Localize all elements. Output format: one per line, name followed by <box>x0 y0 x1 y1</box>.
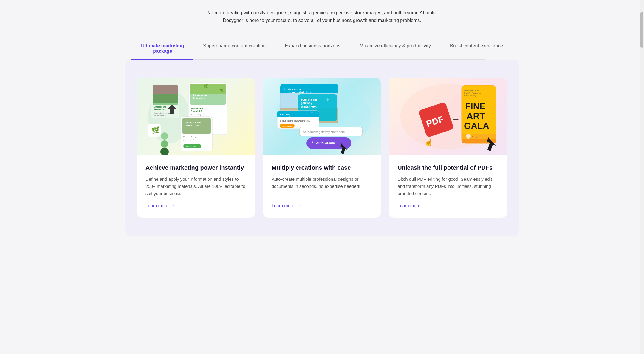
svg-text:✦: ✦ <box>312 140 314 144</box>
svg-text:Discover the joy of home: Discover the joy of home <box>191 114 209 116</box>
svg-text:Your dream: Your dream <box>288 88 302 91</box>
svg-text:Green Life!: Green Life! <box>154 109 165 111</box>
svg-point-34 <box>161 140 168 148</box>
svg-point-81 <box>466 134 471 139</box>
card-marketing-image: Embrace the Green Life! Discover the joy… <box>137 78 255 155</box>
card-multiply-learn-more[interactable]: Learn more → <box>272 203 373 208</box>
svg-text:→: → <box>452 115 460 124</box>
svg-text:Your dream getaway starts here: Your dream getaway starts here. <box>303 130 346 134</box>
tab-maximize[interactable]: Maximize efficiency & productivity <box>350 39 440 59</box>
svg-text:Your dream: Your dream <box>280 113 291 115</box>
svg-rect-3 <box>153 85 178 94</box>
svg-text:BOOK NOW: BOOK NOW <box>186 146 196 147</box>
beach-scene-svg: ✈ Your dream getaway starts here. Your d… <box>268 78 376 155</box>
card-multiply-body: Multiply creations with ease Auto-create… <box>263 155 381 218</box>
tab-expand[interactable]: Expand business horizons <box>275 39 350 59</box>
svg-text:Desygner: Desygner <box>472 136 480 138</box>
svg-text:gardening with us: gardening with us <box>183 139 197 141</box>
card-marketing-desc: Define and apply your information and st… <box>145 176 247 197</box>
content-area: Embrace the Green Life! Discover the joy… <box>125 60 519 236</box>
svg-rect-4 <box>153 94 178 105</box>
svg-text:🌿: 🌿 <box>151 126 160 134</box>
svg-text:FINE: FINE <box>465 101 485 111</box>
card-multiply: ✈ Your dream getaway starts here. Your d… <box>263 78 381 218</box>
card-multiply-image: ✈ Your dream getaway starts here. Your d… <box>263 78 381 155</box>
tab-ultimate[interactable]: Ultimate marketingpackage <box>131 39 193 59</box>
card-marketing: Embrace the Green Life! Discover the joy… <box>137 78 255 218</box>
tab-boost[interactable]: Boost content excellence <box>440 39 513 59</box>
svg-text:Embrace the: Embrace the <box>154 106 166 108</box>
svg-text:getaway starts here.: getaway starts here. <box>280 116 298 118</box>
arrow-right-icon: → <box>170 203 175 208</box>
tabs-nav: Ultimate marketingpackage Supercharge co… <box>158 39 486 60</box>
svg-text:Auto-Create: Auto-Create <box>316 141 335 145</box>
svg-point-35 <box>160 148 169 155</box>
card-pdf-learn-more[interactable]: Learn more → <box>397 203 499 208</box>
card-multiply-desc: Auto-create multiple professional design… <box>272 176 373 197</box>
svg-text:Discover the joy of home: Discover the joy of home <box>154 112 172 114</box>
svg-text:✈: ✈ <box>326 98 329 101</box>
svg-text:getaway: getaway <box>301 101 312 105</box>
svg-text:starts here.: starts here. <box>301 105 317 108</box>
card-pdf-desc: Ditch dull PDF editing for good! Seamles… <box>397 176 499 197</box>
svg-text:Green Life!: Green Life! <box>186 124 199 127</box>
svg-text:🌿: 🌿 <box>220 88 224 92</box>
svg-text:Embrace the: Embrace the <box>193 94 208 96</box>
svg-text:GALA: GALA <box>464 121 489 131</box>
svg-text:Embrace the: Embrace the <box>186 121 201 124</box>
cards-grid: Embrace the Green Life! Discover the joy… <box>137 78 507 218</box>
top-description: No more dealing with costly designers, s… <box>125 0 519 30</box>
card-pdf-title: Unleash the full potential of PDFs <box>397 164 499 171</box>
svg-text:27th of January.: 27th of January. <box>464 95 476 97</box>
svg-text:ART: ART <box>467 111 485 121</box>
card-multiply-title: Multiply creations with ease <box>272 164 373 171</box>
svg-text:Your dream: Your dream <box>301 98 317 101</box>
svg-text:🌿: 🌿 <box>203 84 208 88</box>
svg-text:Green Life!: Green Life! <box>193 97 205 99</box>
svg-text:gardening with us: gardening with us <box>154 115 166 116</box>
svg-text:Grand Art Festival this: Grand Art Festival this <box>464 92 481 94</box>
card-pdf: PDF → You're invited to our Grand Art Fe… <box>389 78 507 218</box>
svg-text:Green Life!: Green Life! <box>191 110 202 112</box>
svg-point-33 <box>161 132 168 140</box>
arrow-right-icon: → <box>296 203 301 208</box>
svg-text:✈ Your dream getaway starts he: ✈ Your dream getaway starts here. <box>280 120 310 122</box>
marketing-collage-svg: Embrace the Green Life! Discover the joy… <box>142 78 250 155</box>
arrow-right-icon: → <box>422 203 427 208</box>
tab-supercharge[interactable]: Supercharge content creation <box>193 39 275 59</box>
card-marketing-learn-more[interactable]: Learn more → <box>145 203 247 208</box>
svg-text:✈: ✈ <box>311 112 313 114</box>
svg-text:☝: ☝ <box>424 138 433 147</box>
svg-text:getaway starts here.: getaway starts here. <box>288 91 312 94</box>
card-pdf-image: PDF → You're invited to our Grand Art Fe… <box>389 78 507 155</box>
svg-text:Embrace the: Embrace the <box>191 107 203 109</box>
card-marketing-body: Achieve marketing power instantly Define… <box>137 155 255 218</box>
svg-text:Discover the joy of home: Discover the joy of home <box>183 136 203 138</box>
card-marketing-title: Achieve marketing power instantly <box>145 164 247 171</box>
svg-text:You're invited to our: You're invited to our <box>464 89 479 91</box>
card-pdf-body: Unleash the full potential of PDFs Ditch… <box>389 155 507 218</box>
pdf-scene-svg: PDF → You're invited to our Grand Art Fe… <box>394 78 502 155</box>
svg-text:BOOK NOW: BOOK NOW <box>282 125 292 127</box>
svg-text:✈: ✈ <box>283 87 286 91</box>
